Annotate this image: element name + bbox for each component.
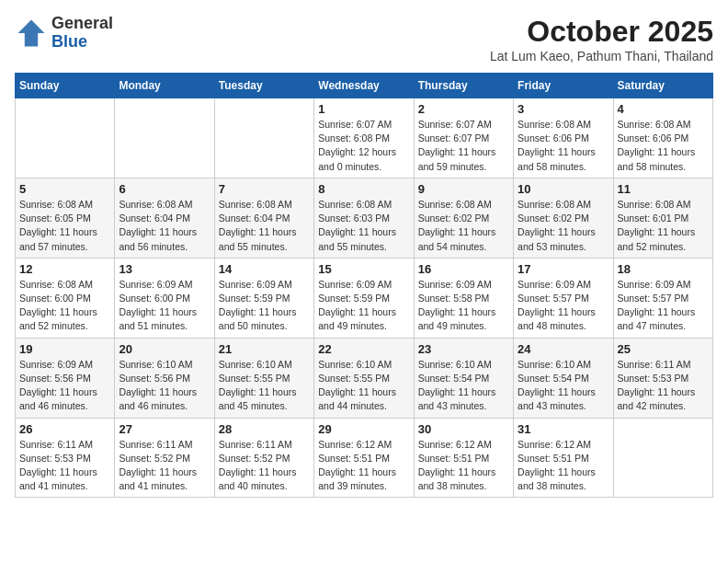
day-number: 8 [318,182,409,196]
day-info: Sunrise: 6:12 AM Sunset: 5:51 PM Dayligh… [518,438,609,494]
day-number: 10 [518,182,609,196]
day-info: Sunrise: 6:09 AM Sunset: 5:57 PM Dayligh… [618,278,709,334]
calendar-cell: 24Sunrise: 6:10 AM Sunset: 5:54 PM Dayli… [514,338,613,418]
day-number: 31 [518,422,609,436]
calendar-cell: 22Sunrise: 6:10 AM Sunset: 5:55 PM Dayli… [314,338,414,418]
calendar-week-4: 19Sunrise: 6:09 AM Sunset: 5:56 PM Dayli… [16,338,713,418]
day-number: 3 [518,102,609,116]
calendar-cell: 29Sunrise: 6:12 AM Sunset: 5:51 PM Dayli… [314,418,414,498]
month-title: October 2025 [490,15,713,49]
day-info: Sunrise: 6:09 AM Sunset: 5:59 PM Dayligh… [318,278,409,334]
day-number: 15 [318,262,409,276]
calendar-cell: 27Sunrise: 6:11 AM Sunset: 5:52 PM Dayli… [115,418,214,498]
day-number: 23 [418,342,509,356]
day-info: Sunrise: 6:08 AM Sunset: 6:06 PM Dayligh… [618,118,709,174]
calendar-cell: 7Sunrise: 6:08 AM Sunset: 6:04 PM Daylig… [214,178,313,258]
day-number: 28 [219,422,310,436]
day-number: 9 [418,182,509,196]
page-header: General Blue October 2025 Lat Lum Kaeo, … [15,15,713,63]
calendar-week-1: 1Sunrise: 6:07 AM Sunset: 6:08 PM Daylig… [16,98,713,178]
calendar-cell: 21Sunrise: 6:10 AM Sunset: 5:55 PM Dayli… [214,338,313,418]
calendar-cell: 23Sunrise: 6:10 AM Sunset: 5:54 PM Dayli… [414,338,513,418]
weekday-header-friday: Friday [514,74,613,98]
calendar-cell: 15Sunrise: 6:09 AM Sunset: 5:59 PM Dayli… [314,258,414,338]
day-number: 20 [119,342,210,356]
title-block: October 2025 Lat Lum Kaeo, Pathum Thani,… [490,15,713,63]
weekday-header-wednesday: Wednesday [314,74,414,98]
day-info: Sunrise: 6:11 AM Sunset: 5:53 PM Dayligh… [618,358,709,414]
day-number: 12 [19,262,110,276]
day-number: 25 [618,342,709,356]
day-info: Sunrise: 6:10 AM Sunset: 5:55 PM Dayligh… [318,358,409,414]
day-info: Sunrise: 6:07 AM Sunset: 6:08 PM Dayligh… [318,118,409,174]
calendar-cell [115,98,214,178]
calendar-cell: 16Sunrise: 6:09 AM Sunset: 5:58 PM Dayli… [414,258,513,338]
day-info: Sunrise: 6:12 AM Sunset: 5:51 PM Dayligh… [418,438,509,494]
weekday-header-thursday: Thursday [414,74,513,98]
day-number: 30 [418,422,509,436]
day-info: Sunrise: 6:11 AM Sunset: 5:52 PM Dayligh… [119,438,210,494]
day-number: 29 [318,422,409,436]
calendar-cell: 31Sunrise: 6:12 AM Sunset: 5:51 PM Dayli… [514,418,613,498]
day-number: 13 [119,262,210,276]
day-info: Sunrise: 6:11 AM Sunset: 5:52 PM Dayligh… [219,438,310,494]
calendar-cell [214,98,313,178]
day-info: Sunrise: 6:08 AM Sunset: 6:04 PM Dayligh… [219,198,310,254]
calendar-week-2: 5Sunrise: 6:08 AM Sunset: 6:05 PM Daylig… [16,178,713,258]
calendar-cell: 4Sunrise: 6:08 AM Sunset: 6:06 PM Daylig… [613,98,712,178]
day-number: 1 [318,102,409,116]
calendar-cell: 8Sunrise: 6:08 AM Sunset: 6:03 PM Daylig… [314,178,414,258]
calendar-cell: 6Sunrise: 6:08 AM Sunset: 6:04 PM Daylig… [115,178,214,258]
day-info: Sunrise: 6:11 AM Sunset: 5:53 PM Dayligh… [19,438,110,494]
weekday-header-row: SundayMondayTuesdayWednesdayThursdayFrid… [16,74,713,98]
day-number: 16 [418,262,509,276]
day-info: Sunrise: 6:08 AM Sunset: 6:02 PM Dayligh… [518,198,609,254]
day-number: 18 [618,262,709,276]
day-number: 6 [119,182,210,196]
day-info: Sunrise: 6:12 AM Sunset: 5:51 PM Dayligh… [318,438,409,494]
calendar-cell: 10Sunrise: 6:08 AM Sunset: 6:02 PM Dayli… [514,178,613,258]
day-number: 27 [119,422,210,436]
day-number: 14 [219,262,310,276]
day-number: 26 [19,422,110,436]
day-info: Sunrise: 6:09 AM Sunset: 6:00 PM Dayligh… [119,278,210,334]
day-info: Sunrise: 6:10 AM Sunset: 5:54 PM Dayligh… [518,358,609,414]
svg-marker-0 [18,19,45,46]
day-number: 17 [518,262,609,276]
day-number: 7 [219,182,310,196]
day-info: Sunrise: 6:08 AM Sunset: 6:06 PM Dayligh… [518,118,609,174]
weekday-header-monday: Monday [115,74,214,98]
day-number: 4 [618,102,709,116]
day-info: Sunrise: 6:10 AM Sunset: 5:56 PM Dayligh… [119,358,210,414]
logo-blue: Blue [51,33,113,52]
day-info: Sunrise: 6:08 AM Sunset: 6:03 PM Dayligh… [318,198,409,254]
day-info: Sunrise: 6:10 AM Sunset: 5:54 PM Dayligh… [418,358,509,414]
calendar-cell: 30Sunrise: 6:12 AM Sunset: 5:51 PM Dayli… [414,418,513,498]
logo-text: General Blue [51,15,113,52]
calendar-cell: 17Sunrise: 6:09 AM Sunset: 5:57 PM Dayli… [514,258,613,338]
weekday-header-tuesday: Tuesday [214,74,313,98]
day-info: Sunrise: 6:08 AM Sunset: 6:05 PM Dayligh… [19,198,110,254]
calendar-cell: 12Sunrise: 6:08 AM Sunset: 6:00 PM Dayli… [16,258,115,338]
weekday-header-saturday: Saturday [613,74,712,98]
calendar-cell: 20Sunrise: 6:10 AM Sunset: 5:56 PM Dayli… [115,338,214,418]
calendar-cell: 1Sunrise: 6:07 AM Sunset: 6:08 PM Daylig… [314,98,414,178]
calendar-cell: 18Sunrise: 6:09 AM Sunset: 5:57 PM Dayli… [613,258,712,338]
calendar-cell [613,418,712,498]
day-number: 22 [318,342,409,356]
day-info: Sunrise: 6:09 AM Sunset: 5:58 PM Dayligh… [418,278,509,334]
calendar-cell: 14Sunrise: 6:09 AM Sunset: 5:59 PM Dayli… [214,258,313,338]
day-info: Sunrise: 6:09 AM Sunset: 5:57 PM Dayligh… [518,278,609,334]
day-number: 19 [19,342,110,356]
day-info: Sunrise: 6:10 AM Sunset: 5:55 PM Dayligh… [219,358,310,414]
day-number: 2 [418,102,509,116]
logo: General Blue [15,15,113,52]
day-info: Sunrise: 6:08 AM Sunset: 6:00 PM Dayligh… [19,278,110,334]
calendar-cell: 26Sunrise: 6:11 AM Sunset: 5:53 PM Dayli… [16,418,115,498]
day-info: Sunrise: 6:08 AM Sunset: 6:04 PM Dayligh… [119,198,210,254]
location: Lat Lum Kaeo, Pathum Thani, Thailand [490,49,713,63]
calendar-cell: 5Sunrise: 6:08 AM Sunset: 6:05 PM Daylig… [16,178,115,258]
day-number: 5 [19,182,110,196]
calendar-week-5: 26Sunrise: 6:11 AM Sunset: 5:53 PM Dayli… [16,418,713,498]
day-info: Sunrise: 6:09 AM Sunset: 5:56 PM Dayligh… [19,358,110,414]
